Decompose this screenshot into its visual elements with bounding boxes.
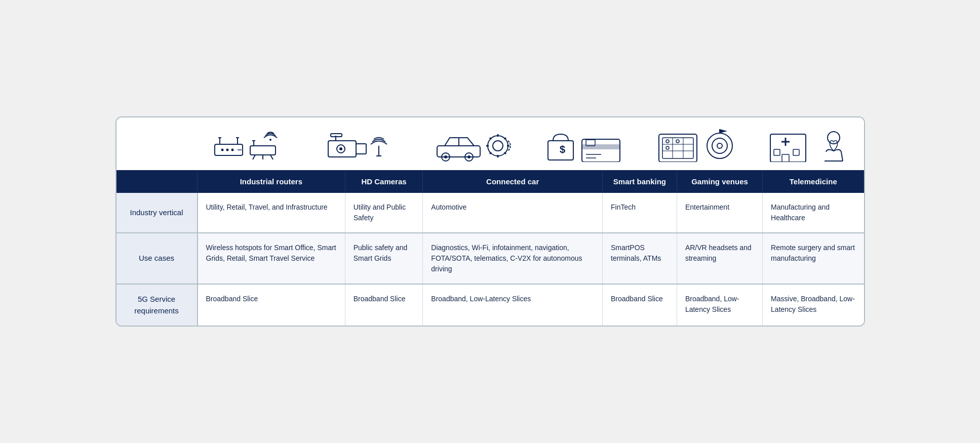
5g-col1: Broadband Slice xyxy=(198,284,345,326)
svg-point-58 xyxy=(717,143,722,148)
svg-point-21 xyxy=(339,147,342,150)
gaming-venues-icon-cell xyxy=(642,123,753,166)
svg-line-38 xyxy=(504,138,506,139)
5g-col6: Massive, Broadband, Low-Latency Slices xyxy=(763,284,864,326)
header-empty xyxy=(116,170,198,193)
industrial-routers-icon xyxy=(212,127,293,162)
svg-line-37 xyxy=(504,152,506,154)
table-row: Use cases Wireless hotspots for Smart Of… xyxy=(116,233,864,284)
svg-rect-9 xyxy=(250,146,276,155)
row-label-industry: Industry vertical xyxy=(116,193,198,233)
svg-rect-47 xyxy=(659,134,697,162)
comparison-table: Industrial routers HD Cameras Connected … xyxy=(116,170,864,326)
svg-point-27 xyxy=(444,155,447,158)
svg-rect-19 xyxy=(331,134,342,137)
usecases-col2: Public safety and Smart Grids xyxy=(345,233,423,284)
svg-point-57 xyxy=(712,138,727,153)
5g-col2: Broadband Slice xyxy=(345,284,423,326)
svg-point-29 xyxy=(467,155,471,158)
industry-col1: Utility, Retail, Travel, and Infrastruct… xyxy=(198,193,345,233)
svg-marker-60 xyxy=(720,129,727,133)
telemedicine-icon-cell xyxy=(753,123,864,166)
header-col2: HD Cameras xyxy=(345,170,423,193)
hd-cameras-icon-cell xyxy=(308,123,419,166)
smart-banking-icon-cell: $ xyxy=(530,123,641,166)
5g-col4: Broadband Slice xyxy=(603,284,677,326)
table-row: 5G Service requirements Broadband Slice … xyxy=(116,284,864,326)
svg-rect-48 xyxy=(662,138,693,158)
svg-line-39 xyxy=(490,152,491,154)
usecases-col5: AR/VR headsets and streaming xyxy=(677,233,762,284)
svg-line-13 xyxy=(253,155,255,159)
industry-col4: FinTech xyxy=(603,193,677,233)
svg-rect-43 xyxy=(582,144,620,149)
connected-car-icon-cell xyxy=(419,123,530,166)
svg-rect-24 xyxy=(437,146,480,157)
hd-cameras-icon xyxy=(323,127,404,162)
5g-col5: Broadband, Low-Latency Slices xyxy=(677,284,762,326)
header-col4: Smart banking xyxy=(603,170,677,193)
industry-col2: Utility and Public Safety xyxy=(345,193,423,233)
svg-rect-65 xyxy=(793,149,799,155)
svg-rect-61 xyxy=(770,134,806,162)
svg-point-53 xyxy=(666,140,669,143)
5g-col3: Broadband, Low-Latency Slices xyxy=(423,284,603,326)
svg-rect-42 xyxy=(582,139,620,162)
industrial-routers-icon-cell xyxy=(198,123,308,166)
svg-line-14 xyxy=(270,155,273,159)
table-row: Industry vertical Utility, Retail, Trave… xyxy=(116,193,864,233)
main-container: $ xyxy=(115,116,865,327)
industry-col3: Automotive xyxy=(423,193,603,233)
icons-row: $ xyxy=(116,117,864,170)
telemedicine-icon xyxy=(768,127,849,162)
header-col3: Connected car xyxy=(423,170,603,193)
svg-text:$: $ xyxy=(560,144,565,155)
empty-icon-cell xyxy=(116,123,198,166)
svg-point-2 xyxy=(226,149,229,151)
svg-point-55 xyxy=(666,146,669,149)
connected-car-icon xyxy=(435,127,516,162)
svg-point-54 xyxy=(676,140,679,143)
row-label-usecases: Use cases xyxy=(116,233,198,284)
svg-point-1 xyxy=(221,149,224,151)
industry-col5: Entertainment xyxy=(677,193,762,233)
header-col5: Gaming venues xyxy=(677,170,762,193)
svg-point-56 xyxy=(707,133,732,158)
svg-rect-66 xyxy=(782,154,789,162)
usecases-col3: Diagnostics, Wi-Fi, infotainment, naviga… xyxy=(423,233,603,284)
svg-point-31 xyxy=(493,141,503,151)
header-col1: Industrial routers xyxy=(198,170,345,193)
svg-rect-17 xyxy=(356,144,366,154)
usecases-col4: SmartPOS terminals, ATMs xyxy=(603,233,677,284)
svg-point-3 xyxy=(231,149,234,151)
industry-col6: Manufacturing and Healthcare xyxy=(763,193,864,233)
gaming-venues-icon xyxy=(656,127,737,162)
usecases-col6: Remote surgery and smart manufacturing xyxy=(763,233,864,284)
table-header-row: Industrial routers HD Cameras Connected … xyxy=(116,170,864,193)
usecases-col1: Wireless hotspots for Smart Office, Smar… xyxy=(198,233,345,284)
header-col6: Telemedicine xyxy=(763,170,864,193)
svg-line-36 xyxy=(490,138,491,139)
svg-rect-64 xyxy=(774,149,780,155)
smart-banking-icon: $ xyxy=(545,127,626,162)
svg-point-12 xyxy=(269,139,271,141)
row-label-5g: 5G Service requirements xyxy=(116,284,198,326)
